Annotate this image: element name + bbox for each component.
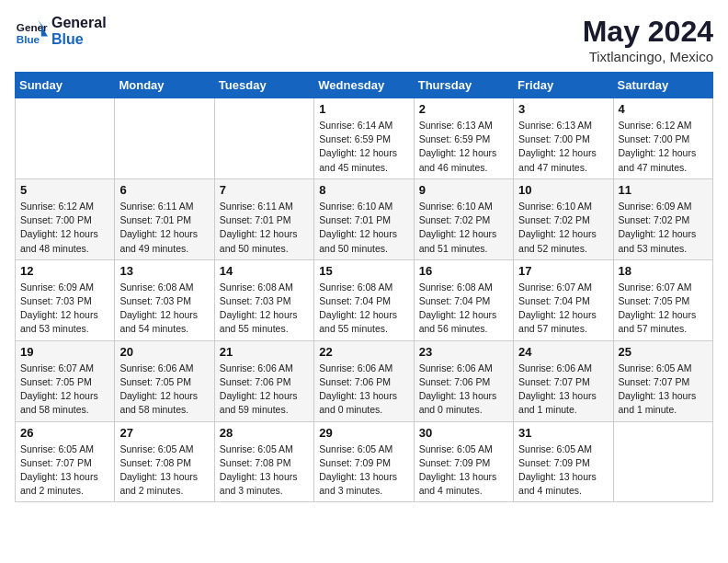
weekday-header: Thursday [414,73,513,98]
day-info: Sunrise: 6:08 AMSunset: 7:04 PMDaylight:… [419,281,508,337]
day-number: 9 [419,183,508,197]
calendar-cell [613,421,712,502]
day-number: 4 [619,102,708,116]
day-info: Sunrise: 6:08 AMSunset: 7:03 PMDaylight:… [220,281,309,337]
day-info: Sunrise: 6:06 AMSunset: 7:06 PMDaylight:… [419,362,508,418]
day-info: Sunrise: 6:12 AMSunset: 7:00 PMDaylight:… [20,200,109,256]
calendar-cell: 27Sunrise: 6:05 AMSunset: 7:08 PMDayligh… [115,421,214,502]
day-number: 30 [419,426,508,440]
weekday-header-row: SundayMondayTuesdayWednesdayThursdayFrid… [16,73,713,98]
weekday-header: Sunday [16,73,115,98]
day-number: 3 [518,102,608,116]
title-block: May 2024 Tixtlancingo, Mexico [583,15,713,64]
day-number: 14 [220,264,309,278]
day-info: Sunrise: 6:07 AMSunset: 7:05 PMDaylight:… [20,362,109,418]
day-number: 25 [619,345,708,359]
day-info: Sunrise: 6:12 AMSunset: 7:00 PMDaylight:… [619,119,708,175]
day-info: Sunrise: 6:06 AMSunset: 7:05 PMDaylight:… [119,362,209,418]
day-info: Sunrise: 6:13 AMSunset: 6:59 PMDaylight:… [419,119,508,175]
day-number: 16 [419,264,508,278]
day-info: Sunrise: 6:13 AMSunset: 7:00 PMDaylight:… [518,119,608,175]
day-number: 5 [20,183,109,197]
calendar-cell: 30Sunrise: 6:05 AMSunset: 7:09 PMDayligh… [414,421,513,502]
page-header: General Blue General Blue May 2024 Tixtl… [15,15,713,64]
calendar-cell: 12Sunrise: 6:09 AMSunset: 7:03 PMDayligh… [16,259,115,340]
day-info: Sunrise: 6:05 AMSunset: 7:07 PMDaylight:… [619,362,708,418]
day-info: Sunrise: 6:05 AMSunset: 7:07 PMDaylight:… [20,442,109,499]
day-info: Sunrise: 6:10 AMSunset: 7:02 PMDaylight:… [518,200,608,256]
calendar-cell: 18Sunrise: 6:07 AMSunset: 7:05 PMDayligh… [613,259,712,340]
calendar-cell: 5Sunrise: 6:12 AMSunset: 7:00 PMDaylight… [16,178,115,259]
day-info: Sunrise: 6:05 AMSunset: 7:09 PMDaylight:… [518,442,608,499]
day-number: 2 [419,102,508,116]
day-info: Sunrise: 6:05 AMSunset: 7:08 PMDaylight:… [119,442,209,499]
day-number: 10 [518,183,608,197]
calendar-cell: 26Sunrise: 6:05 AMSunset: 7:07 PMDayligh… [16,421,115,502]
day-number: 20 [119,345,209,359]
calendar-cell: 29Sunrise: 6:05 AMSunset: 7:09 PMDayligh… [314,421,414,502]
calendar-cell: 14Sunrise: 6:08 AMSunset: 7:03 PMDayligh… [214,259,313,340]
day-number: 11 [619,183,708,197]
day-number: 19 [20,345,109,359]
calendar-cell: 15Sunrise: 6:08 AMSunset: 7:04 PMDayligh… [314,259,414,340]
calendar-cell: 31Sunrise: 6:05 AMSunset: 7:09 PMDayligh… [514,421,613,502]
day-info: Sunrise: 6:11 AMSunset: 7:01 PMDaylight:… [220,200,309,256]
weekday-header: Tuesday [214,73,313,98]
day-info: Sunrise: 6:05 AMSunset: 7:09 PMDaylight:… [419,442,508,499]
day-info: Sunrise: 6:05 AMSunset: 7:09 PMDaylight:… [319,442,408,499]
calendar-cell: 17Sunrise: 6:07 AMSunset: 7:04 PMDayligh… [514,259,613,340]
logo-icon: General Blue [15,15,48,48]
calendar-week-row: 1Sunrise: 6:14 AMSunset: 6:59 PMDaylight… [16,98,713,179]
day-info: Sunrise: 6:14 AMSunset: 6:59 PMDaylight:… [319,119,408,175]
calendar-cell: 3Sunrise: 6:13 AMSunset: 7:00 PMDaylight… [514,98,613,179]
calendar-cell: 16Sunrise: 6:08 AMSunset: 7:04 PMDayligh… [414,259,513,340]
calendar-cell: 2Sunrise: 6:13 AMSunset: 6:59 PMDaylight… [414,98,513,179]
calendar-cell: 8Sunrise: 6:10 AMSunset: 7:01 PMDaylight… [314,178,414,259]
day-info: Sunrise: 6:11 AMSunset: 7:01 PMDaylight:… [119,200,209,256]
calendar-cell: 23Sunrise: 6:06 AMSunset: 7:06 PMDayligh… [414,340,513,421]
day-info: Sunrise: 6:10 AMSunset: 7:02 PMDaylight:… [419,200,508,256]
day-info: Sunrise: 6:06 AMSunset: 7:07 PMDaylight:… [518,362,608,418]
day-number: 27 [119,426,209,440]
weekday-header: Monday [115,73,214,98]
day-info: Sunrise: 6:06 AMSunset: 7:06 PMDaylight:… [319,362,408,418]
location: Tixtlancingo, Mexico [583,49,713,64]
day-info: Sunrise: 6:09 AMSunset: 7:03 PMDaylight:… [20,281,109,337]
calendar-cell: 20Sunrise: 6:06 AMSunset: 7:05 PMDayligh… [115,340,214,421]
calendar-cell: 9Sunrise: 6:10 AMSunset: 7:02 PMDaylight… [414,178,513,259]
day-number: 18 [619,264,708,278]
calendar-cell: 6Sunrise: 6:11 AMSunset: 7:01 PMDaylight… [115,178,214,259]
calendar-week-row: 12Sunrise: 6:09 AMSunset: 7:03 PMDayligh… [16,259,713,340]
calendar-cell: 13Sunrise: 6:08 AMSunset: 7:03 PMDayligh… [115,259,214,340]
day-info: Sunrise: 6:10 AMSunset: 7:01 PMDaylight:… [319,200,408,256]
logo: General Blue General Blue [15,15,107,48]
calendar-cell: 1Sunrise: 6:14 AMSunset: 6:59 PMDaylight… [314,98,414,179]
day-number: 6 [119,183,209,197]
calendar-cell [16,98,115,179]
weekday-header: Saturday [613,73,712,98]
svg-text:Blue: Blue [17,33,40,45]
day-info: Sunrise: 6:07 AMSunset: 7:05 PMDaylight:… [619,281,708,337]
day-number: 12 [20,264,109,278]
day-number: 24 [518,345,608,359]
calendar-cell [115,98,214,179]
calendar-cell: 22Sunrise: 6:06 AMSunset: 7:06 PMDayligh… [314,340,414,421]
calendar-week-row: 5Sunrise: 6:12 AMSunset: 7:00 PMDaylight… [16,178,713,259]
day-info: Sunrise: 6:07 AMSunset: 7:04 PMDaylight:… [518,281,608,337]
day-number: 15 [319,264,408,278]
weekday-header: Wednesday [314,73,414,98]
calendar-cell: 11Sunrise: 6:09 AMSunset: 7:02 PMDayligh… [613,178,712,259]
day-number: 13 [119,264,209,278]
day-number: 23 [419,345,508,359]
day-info: Sunrise: 6:08 AMSunset: 7:03 PMDaylight:… [119,281,209,337]
calendar-cell: 24Sunrise: 6:06 AMSunset: 7:07 PMDayligh… [514,340,613,421]
calendar-cell: 10Sunrise: 6:10 AMSunset: 7:02 PMDayligh… [514,178,613,259]
day-info: Sunrise: 6:06 AMSunset: 7:06 PMDaylight:… [220,362,309,418]
day-info: Sunrise: 6:09 AMSunset: 7:02 PMDaylight:… [619,200,708,256]
day-number: 21 [220,345,309,359]
day-number: 22 [319,345,408,359]
day-number: 7 [220,183,309,197]
day-number: 28 [220,426,309,440]
calendar-cell: 21Sunrise: 6:06 AMSunset: 7:06 PMDayligh… [214,340,313,421]
month-title: May 2024 [583,15,713,49]
